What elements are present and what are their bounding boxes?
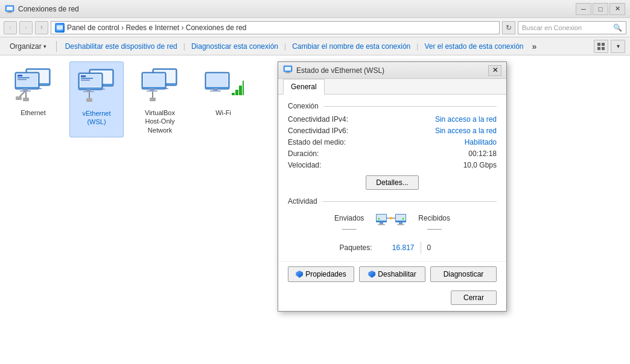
svg-rect-59 (239, 86, 242, 95)
close-window-button[interactable]: ✕ (609, 3, 625, 15)
address-path[interactable]: Panel de control › Redes e Internet › Co… (51, 21, 500, 34)
maximize-button[interactable]: □ (593, 3, 608, 15)
actividad-section-header: Actividad (288, 197, 497, 206)
ethernet-icon (12, 64, 54, 107)
separator-3: | (284, 42, 286, 51)
svg-rect-54 (207, 74, 228, 86)
dialog-title-icon (283, 64, 293, 76)
tab-general[interactable]: General (283, 79, 325, 95)
svg-rect-16 (16, 96, 22, 100)
recibidos-dashes: —— (427, 225, 442, 233)
estado-row: Estado del medio: Habilitado (288, 138, 497, 146)
search-box[interactable]: Buscar en Conexion 🔍 (518, 21, 626, 34)
svg-rect-35 (81, 78, 93, 79)
svg-point-75 (378, 218, 380, 220)
enviados-label: Enviados (334, 214, 364, 222)
actividad-section: Actividad Enviados —— (288, 197, 497, 254)
svg-point-76 (402, 218, 404, 220)
svg-rect-72 (396, 215, 406, 221)
breadcrumb: Panel de control › Redes e Internet › Co… (67, 24, 247, 32)
status-button[interactable]: Ver el estado de esta conexión (421, 42, 527, 51)
svg-rect-64 (285, 73, 291, 74)
duracion-value: 00:12:18 (468, 149, 497, 158)
status-dialog: Estado de vEthernet (WSL) ✕ General Cone… (278, 61, 507, 312)
refresh-button[interactable]: ↻ (502, 21, 515, 34)
organize-chevron-icon: ▾ (43, 43, 46, 49)
cerrar-button[interactable]: Cerrar (451, 290, 497, 305)
address-bar: ‹ › ↑ Panel de control › Redes e Interne… (0, 18, 630, 37)
duracion-label: Duración: (288, 149, 319, 158)
svg-rect-58 (235, 90, 238, 95)
virtualbox-label: VirtualBox Host-Only Network (145, 108, 175, 134)
velocidad-label: Velocidad: (288, 161, 321, 169)
velocidad-row: Velocidad: 10,0 Gbps (288, 161, 497, 169)
diagnose-button[interactable]: Diagnosticar esta conexión (188, 42, 282, 51)
detalles-button[interactable]: Detalles... (366, 175, 418, 190)
svg-rect-49 (147, 90, 158, 92)
deshabilitar-label: Deshabilitar (378, 270, 416, 278)
svg-rect-73 (399, 222, 402, 224)
dialog-close-icon[interactable]: ✕ (488, 65, 501, 76)
dialog-footer: Cerrar (278, 287, 506, 311)
conexion-section-header: Conexión (288, 102, 497, 110)
dialog-tabs: General (278, 79, 506, 95)
dialog-title: Estado de vEthernet (WSL) (296, 66, 488, 75)
svg-rect-7 (597, 43, 600, 46)
ethernet-label: Ethernet (21, 108, 46, 117)
more-options-button[interactable]: » (530, 42, 539, 51)
title-bar-icon (5, 4, 14, 14)
network-item-ethernet[interactable]: Ethernet (6, 61, 60, 137)
vethernet-icon (75, 65, 118, 107)
forward-button[interactable]: › (19, 21, 33, 34)
packets-sent: 16.817 (378, 243, 415, 252)
view-controls: ▾ (594, 40, 625, 53)
estado-label: Estado del medio: (288, 138, 346, 146)
packets-recv: 0 (427, 243, 445, 252)
svg-rect-51 (150, 98, 156, 101)
rename-button[interactable]: Cambiar el nombre de esta conexión (288, 42, 414, 51)
svg-rect-22 (18, 79, 27, 80)
network-activity-icon (376, 212, 406, 236)
separator-1 (56, 41, 57, 52)
ipv4-label: Conectividad IPv4: (288, 115, 348, 124)
dialog-title-bar: Estado de vEthernet (WSL) ✕ (278, 62, 506, 79)
svg-rect-23 (23, 88, 28, 90)
svg-rect-60 (243, 81, 244, 95)
packets-divider (421, 242, 421, 254)
shield-deshabilitar-icon (368, 271, 375, 278)
virtualbox-icon (139, 64, 181, 107)
deshabilitar-button[interactable]: Deshabilitar (359, 266, 425, 282)
organize-button[interactable]: Organizar ▾ (5, 40, 51, 53)
path-icon (55, 23, 65, 33)
network-items-container: Ethernet (6, 61, 250, 358)
svg-rect-62 (285, 67, 291, 71)
svg-rect-56 (210, 90, 221, 92)
disable-device-button[interactable]: Deshabilitar este dispositivo de red (62, 42, 181, 51)
packets-row: Paquetes: 16.817 0 (288, 242, 497, 254)
search-placeholder: Buscar en Conexion (522, 24, 582, 31)
view-dropdown-button[interactable]: ▾ (611, 40, 625, 53)
svg-rect-10 (602, 47, 605, 50)
search-icon: 🔍 (613, 24, 622, 32)
network-item-vethernet-wsl[interactable]: vEthernet (WSL) (69, 61, 124, 137)
svg-rect-9 (597, 47, 600, 50)
recibidos-group: Recibidos —— (418, 214, 450, 233)
title-bar: Conexiones de red ─ □ ✕ (0, 0, 630, 18)
up-button[interactable]: ↑ (35, 21, 48, 34)
propiedades-button[interactable]: Propiedades (288, 266, 354, 282)
svg-rect-24 (20, 90, 31, 92)
svg-rect-3 (7, 12, 13, 13)
network-item-virtualbox[interactable]: VirtualBox Host-Only Network (133, 61, 187, 137)
recibidos-label: Recibidos (418, 214, 450, 222)
svg-rect-6 (58, 30, 60, 30)
activity-center: Enviados —— (288, 212, 497, 236)
minimize-button[interactable]: ─ (576, 3, 591, 15)
network-item-wifi[interactable]: Wi-Fi (196, 61, 250, 137)
vethernet-wsl-label: vEthernet (WSL) (73, 109, 120, 127)
diagnosticar-button[interactable]: Diagnosticar (430, 266, 497, 282)
view-mode-button[interactable] (594, 40, 608, 53)
svg-rect-2 (8, 11, 11, 13)
svg-rect-38 (83, 91, 94, 92)
svg-rect-5 (57, 25, 63, 30)
back-button[interactable]: ‹ (4, 21, 17, 34)
